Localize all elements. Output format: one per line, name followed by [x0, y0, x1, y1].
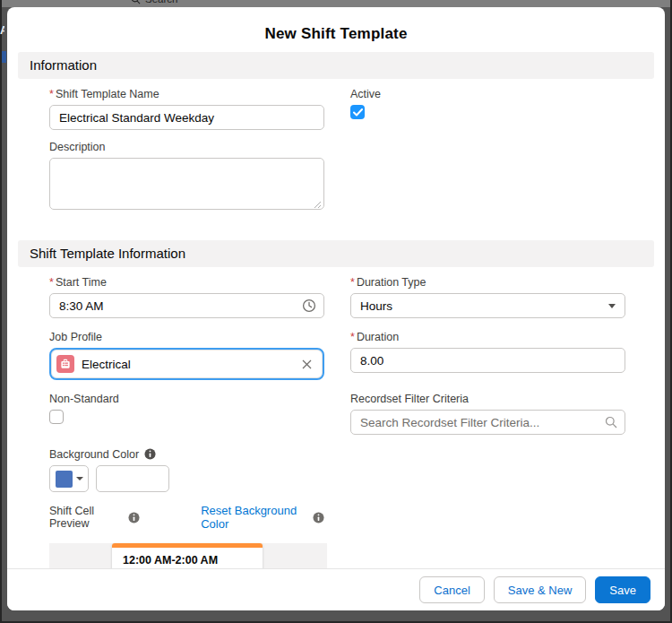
- info-icon[interactable]: [128, 512, 140, 523]
- duration-type-select[interactable]: Hours: [350, 293, 625, 318]
- cancel-button[interactable]: Cancel: [419, 576, 484, 603]
- backdrop-top-strip: [2, 0, 670, 7]
- recordset-filter-criteria-input[interactable]: [350, 410, 625, 435]
- job-profile-label: Job Profile: [49, 331, 324, 343]
- description-label: Description: [49, 141, 324, 153]
- duration-type-label: *Duration Type: [350, 276, 625, 289]
- background-partial-letter: A: [0, 24, 4, 37]
- section-information: Information: [18, 52, 654, 79]
- job-profile-value: Electrical: [82, 358, 299, 371]
- duration-label: *Duration: [350, 331, 625, 343]
- field-duration-type: *Duration Type Hours: [350, 276, 625, 318]
- preview-shift-time: 12:00 AM-2:00 AM: [123, 554, 252, 567]
- non-standard-checkbox[interactable]: [49, 410, 64, 424]
- info-icon[interactable]: [144, 448, 156, 460]
- recordset-filter-criteria-label: Recordset Filter Criteria: [350, 393, 625, 405]
- field-non-standard: Non-Standard: [49, 393, 324, 435]
- background-search-fragment: Search: [131, 0, 177, 5]
- chevron-down-icon: [608, 304, 616, 308]
- shift-cell-preview-area: 12:00 AM-2:00 AM Tentative: [49, 543, 327, 568]
- start-time-input[interactable]: [49, 293, 324, 318]
- duration-input[interactable]: [350, 348, 625, 373]
- checkmark-icon: [353, 108, 363, 117]
- field-active: Active: [350, 88, 625, 130]
- background-color-label: Background Color: [49, 448, 324, 461]
- background-partial-icon: [2, 51, 6, 63]
- description-textarea[interactable]: [49, 158, 324, 210]
- screen-backdrop: Search A New Shift Template Information …: [0, 0, 672, 623]
- field-start-time: *Start Time: [49, 276, 324, 318]
- field-recordset-filter-criteria: Recordset Filter Criteria: [350, 393, 625, 435]
- field-background-color: Background Color: [49, 448, 324, 492]
- color-swatch: [56, 471, 73, 488]
- section-shift-template-information: Shift Template Information: [18, 240, 654, 267]
- shift-cell-preview-label: Shift Cell Preview: [49, 505, 123, 530]
- background-color-swatch-button[interactable]: [49, 465, 89, 492]
- modal-content: Information *Shift Template Name Active …: [7, 48, 665, 568]
- new-shift-template-modal: New Shift Template Information *Shift Te…: [7, 7, 665, 610]
- chevron-down-icon: [76, 477, 83, 480]
- modal-header: New Shift Template: [7, 7, 665, 48]
- background-search-label: Search: [145, 0, 177, 4]
- shift-cell-preview-card: 12:00 AM-2:00 AM Tentative: [112, 543, 263, 568]
- start-time-label: *Start Time: [49, 276, 324, 289]
- non-standard-label: Non-Standard: [49, 393, 324, 405]
- info-icon[interactable]: [313, 512, 324, 523]
- modal-title: New Shift Template: [264, 25, 407, 43]
- field-shift-template-name: *Shift Template Name: [49, 88, 324, 130]
- required-asterisk: *: [350, 331, 355, 343]
- field-shift-cell-preview: Shift Cell Preview Reset Background Colo…: [49, 504, 324, 568]
- remove-job-profile-icon[interactable]: [299, 357, 314, 371]
- active-checkbox[interactable]: [350, 105, 365, 119]
- reset-background-color-link[interactable]: Reset Background Color: [201, 504, 307, 531]
- job-profile-pill[interactable]: Electrical: [49, 348, 324, 380]
- background-color-input[interactable]: [96, 465, 169, 492]
- search-icon: [131, 0, 141, 4]
- field-job-profile: Job Profile Electrical: [49, 331, 324, 380]
- field-duration: *Duration: [350, 331, 625, 380]
- save-and-new-button[interactable]: Save & New: [494, 576, 587, 603]
- required-asterisk: *: [350, 276, 355, 289]
- modal-footer: Cancel Save & New Save: [7, 568, 665, 610]
- save-button[interactable]: Save: [595, 576, 650, 603]
- job-profile-icon: [56, 355, 74, 373]
- duration-type-value: Hours: [360, 299, 392, 313]
- required-asterisk: *: [49, 88, 54, 100]
- required-asterisk: *: [49, 276, 54, 289]
- shift-template-name-input[interactable]: [49, 105, 324, 130]
- field-description: Description: [49, 141, 324, 213]
- shift-template-name-label: *Shift Template Name: [49, 88, 324, 100]
- active-label: Active: [350, 88, 625, 100]
